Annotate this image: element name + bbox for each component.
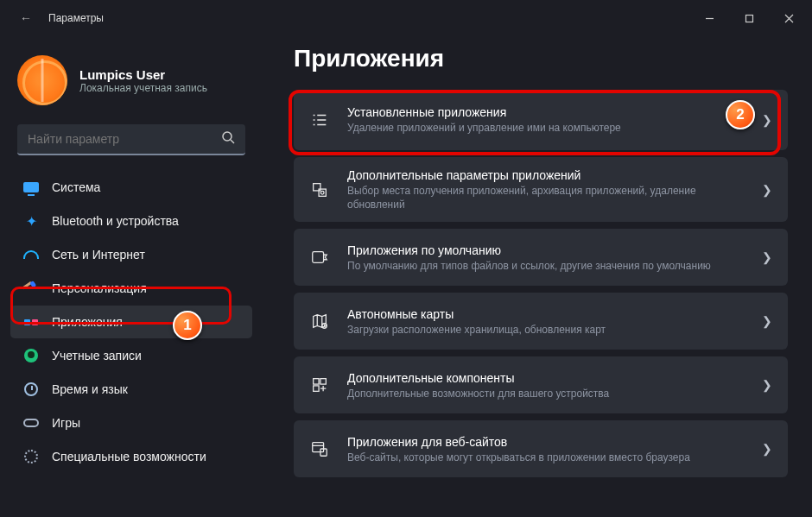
sidebar-item-label: Учетные записи [52,349,142,363]
page-title: Приложения [294,45,788,73]
card-title: Приложения по умолчанию [347,243,752,259]
sidebar: Lumpics User Локальная учетная запись Си… [0,36,259,517]
card-sub: По умолчанию для типов файлов и ссылок, … [347,259,752,273]
gamepad-icon [22,414,40,432]
chevron-right-icon: ❯ [762,378,772,392]
sidebar-item-bluetooth[interactable]: ✦ Bluetooth и устройства [10,205,252,237]
svg-point-1 [223,132,232,141]
brush-icon [22,280,40,297]
default-apps-icon [308,245,332,269]
card-sub: Загрузки расположение хранилища, обновле… [347,323,752,337]
sidebar-item-label: Система [52,180,100,194]
account-name: Lumpics User [79,67,207,82]
svg-rect-8 [320,379,326,384]
card-sub: Веб-сайты, которые могут открываться в п… [347,451,752,464]
card-optional-features[interactable]: Дополнительные компоненты Дополнительные… [294,356,788,413]
card-title: Дополнительные параметры приложений [347,167,752,184]
chevron-right-icon: ❯ [762,183,772,197]
search-icon [221,130,235,148]
svg-point-4 [320,191,324,194]
sidebar-item-accessibility[interactable]: Специальные возможности [10,440,252,473]
components-icon [308,373,332,397]
card-sub: Удаление приложений и управление ими на … [347,121,752,135]
account-sub: Локальная учетная запись [79,82,207,94]
sidebar-item-label: Сеть и Интернет [52,248,145,262]
chevron-right-icon: ❯ [762,314,772,328]
card-sub: Дополнительные возможности для вашего ус… [347,387,752,400]
chevron-right-icon: ❯ [762,442,772,456]
sidebar-item-accounts[interactable]: Учетные записи [10,339,252,372]
card-offline-maps[interactable]: Автономные карты Загрузки расположение х… [294,293,788,350]
apps-icon [22,313,40,331]
card-advanced-app-settings[interactable]: Дополнительные параметры приложений Выбо… [294,157,788,222]
card-list: Установленные приложения Удаление прилож… [294,90,788,477]
bluetooth-icon: ✦ [22,212,40,230]
card-default-apps[interactable]: Приложения по умолчанию По умолчанию для… [294,229,788,286]
sidebar-item-label: Bluetooth и устройства [52,214,179,228]
titlebar: ← Параметры [0,0,812,36]
chevron-right-icon: ❯ [762,113,772,127]
sidebar-item-label: Специальные возможности [52,450,206,463]
svg-rect-5 [313,252,324,263]
svg-rect-0 [745,15,752,22]
sidebar-item-gaming[interactable]: Игры [10,407,252,439]
sidebar-item-label: Приложения [52,315,123,329]
monitor-icon [22,179,40,196]
card-apps-for-websites[interactable]: Приложения для веб-сайтов Веб-сайты, кот… [294,420,788,477]
chevron-right-icon: ❯ [762,250,772,264]
card-installed-apps[interactable]: Установленные приложения Удаление прилож… [294,90,788,150]
maximize-icon [745,14,754,23]
clock-icon [22,381,40,398]
map-icon [308,309,332,333]
content: Приложения Установленные приложения Удал… [259,36,812,517]
svg-rect-10 [313,443,324,452]
search-box[interactable] [17,124,245,155]
sidebar-item-apps[interactable]: Приложения [10,306,252,338]
close-button[interactable] [769,0,809,36]
search-input[interactable] [28,132,221,146]
account-block[interactable]: Lumpics User Локальная учетная запись [10,55,252,124]
window-title: Параметры [48,12,104,24]
minimize-icon [705,14,714,23]
card-title: Автономные карты [347,306,752,323]
card-sub: Выбор места получения приложений, архива… [347,184,752,211]
card-title: Дополнительные компоненты [347,370,752,387]
back-button[interactable]: ← [16,11,36,25]
svg-rect-7 [314,379,319,384]
svg-rect-9 [314,386,319,391]
sidebar-item-personalization[interactable]: Персонализация [10,272,252,305]
sidebar-item-network[interactable]: Сеть и Интернет [10,238,252,271]
card-title: Установленные приложения [347,104,752,121]
minimize-button[interactable] [689,0,729,36]
sidebar-item-label: Время и язык [52,382,128,396]
maximize-button[interactable] [729,0,769,36]
wifi-icon [22,246,40,263]
sidebar-item-system[interactable]: Система [10,171,252,204]
list-icon [308,108,332,132]
sidebar-item-time-language[interactable]: Время и язык [10,373,252,406]
nav: Система ✦ Bluetooth и устройства Сеть и … [10,171,252,473]
sidebar-item-label: Персонализация [52,281,147,295]
website-app-icon [308,437,332,461]
avatar [17,55,67,105]
card-title: Приложения для веб-сайтов [347,434,752,451]
sidebar-item-label: Игры [52,416,80,430]
accessibility-icon [22,448,40,465]
user-icon [22,347,40,364]
gear-app-icon [308,178,332,202]
close-icon [784,14,794,23]
